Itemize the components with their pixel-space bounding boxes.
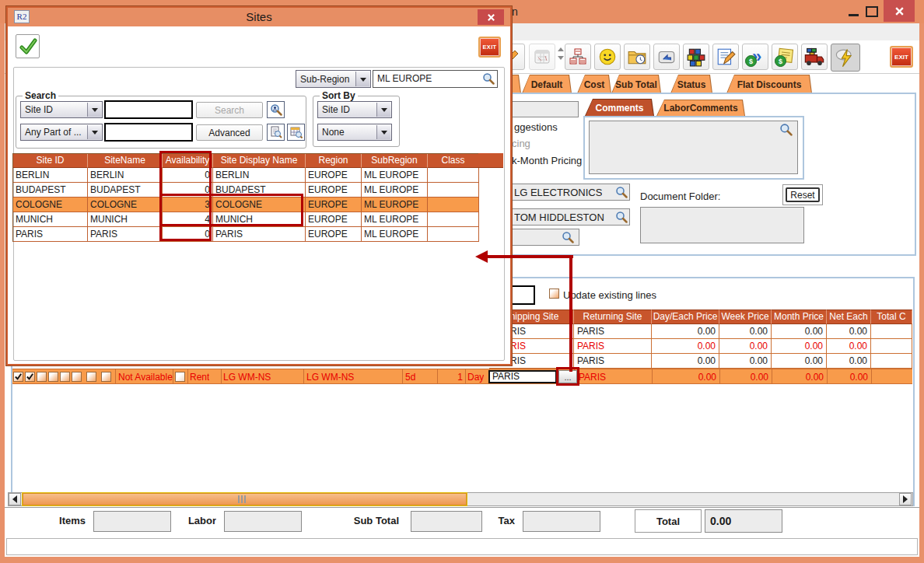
col-site-name[interactable]: SiteName bbox=[88, 154, 163, 168]
vendor-value: LG ELECTRONICS bbox=[514, 187, 602, 198]
org-chart-button[interactable] bbox=[565, 44, 591, 70]
vendor-search-icon[interactable] bbox=[615, 186, 628, 201]
search-value-input[interactable] bbox=[104, 100, 193, 119]
grid-selected-row[interactable]: Not Available Rent LG WM-NS LG WM-NS 5d … bbox=[12, 369, 912, 384]
dialog-close-button[interactable] bbox=[478, 9, 504, 25]
search-field-combo[interactable]: Site ID bbox=[20, 101, 103, 118]
col-net-each[interactable]: Net Each bbox=[827, 309, 871, 324]
scroll-left-button[interactable] bbox=[9, 493, 21, 505]
minimize-button[interactable] bbox=[845, 3, 862, 20]
col-total[interactable]: Total C bbox=[871, 309, 912, 324]
edit-note-button[interactable] bbox=[712, 44, 739, 70]
chevron-down-icon[interactable] bbox=[376, 103, 390, 117]
document-search-icon bbox=[270, 126, 282, 138]
customer-button[interactable] bbox=[594, 44, 621, 70]
maximize-icon bbox=[866, 6, 878, 17]
lookup-search-icon[interactable] bbox=[562, 231, 574, 246]
contact-value: TOM HIDDLESTON bbox=[514, 212, 604, 223]
grid-header-row: Shipping Site Returning Site Day/Each Pr… bbox=[489, 309, 912, 324]
shipping-site-edit-cell[interactable]: PARIS bbox=[488, 370, 557, 383]
site-row-berlin[interactable]: BERLIN BERLIN 0 BERLIN EUROPE ML EUROPE bbox=[13, 168, 479, 183]
row-checkbox-8[interactable] bbox=[101, 372, 111, 382]
tab-labor-comments[interactable]: LaborComments bbox=[656, 100, 745, 116]
grid-row-3[interactable]: PARIS PARIS 0.00 0.00 0.00 0.00 bbox=[489, 354, 912, 369]
document-folder-box[interactable] bbox=[640, 207, 804, 243]
filter-value-field[interactable]: ML EUROPE bbox=[373, 70, 498, 88]
row-checkbox-4[interactable] bbox=[48, 372, 58, 382]
maximize-button[interactable] bbox=[863, 3, 880, 20]
grid-row-2[interactable]: PARIS PARIS 0.00 0.00 0.00 0.00 bbox=[489, 339, 912, 354]
sort-secondary-combo[interactable]: None bbox=[317, 124, 392, 141]
inventory-button[interactable] bbox=[683, 44, 709, 70]
grid-row-1[interactable]: PARIS PARIS 0.00 0.00 0.00 0.00 bbox=[489, 324, 912, 339]
reset-button[interactable]: Reset bbox=[786, 187, 820, 202]
filter-search-icon[interactable] bbox=[482, 72, 495, 87]
chevron-down-icon[interactable] bbox=[87, 125, 101, 139]
row-checkbox-3[interactable] bbox=[37, 372, 47, 382]
total-value: 0.00 bbox=[705, 509, 782, 533]
items-field bbox=[93, 511, 171, 532]
site-row-paris[interactable]: PARIS PARIS 0 PARIS EUROPE ML EUROPE bbox=[13, 227, 479, 242]
sort-primary-combo[interactable]: Site ID bbox=[317, 101, 392, 118]
price-forward-button[interactable]: » $ bbox=[742, 44, 768, 70]
dollar-icon: $ bbox=[745, 55, 757, 67]
contact-search-icon[interactable] bbox=[615, 211, 628, 226]
col-region[interactable]: Region bbox=[306, 154, 362, 168]
row-checkbox-6[interactable] bbox=[72, 372, 82, 382]
col-site-display-name[interactable]: Site Display Name bbox=[213, 154, 306, 168]
search-lookup-button[interactable] bbox=[267, 101, 285, 118]
shortcut-key-button[interactable] bbox=[653, 44, 680, 70]
chevron-down-icon[interactable] bbox=[376, 125, 390, 139]
row-checkbox-7[interactable] bbox=[86, 372, 96, 382]
search-button[interactable]: Search bbox=[196, 102, 263, 118]
scrollbar-thumb[interactable] bbox=[23, 493, 467, 505]
col-class[interactable]: Class bbox=[428, 154, 479, 168]
advanced-grid-search-button[interactable] bbox=[287, 124, 305, 141]
quick-action-button[interactable] bbox=[831, 44, 860, 72]
truck-icon bbox=[803, 46, 825, 68]
dialog-exit-button[interactable]: EXIT bbox=[478, 37, 501, 58]
col-subregion[interactable]: SubRegion bbox=[362, 154, 428, 168]
update-existing-lines-checkbox[interactable] bbox=[549, 288, 559, 299]
availability-status: Not Available bbox=[118, 372, 173, 383]
tab-flat-discounts[interactable]: Flat Discounts bbox=[726, 75, 812, 93]
status-strip bbox=[6, 538, 918, 555]
match-type-combo[interactable]: Any Part of ... bbox=[20, 124, 103, 141]
row-checkbox-2[interactable] bbox=[25, 372, 35, 382]
arrow-left-icon bbox=[12, 495, 17, 503]
row-checkbox-5[interactable] bbox=[60, 372, 70, 382]
annotation-arrow-shaft-vertical bbox=[569, 255, 572, 372]
folder-history-button[interactable] bbox=[624, 44, 650, 70]
inventory-cubes-icon bbox=[686, 47, 706, 67]
col-returning-site[interactable]: Returning Site bbox=[574, 309, 652, 324]
dialog-titlebar: R2 Sites bbox=[8, 8, 510, 26]
main-close-button[interactable] bbox=[884, 0, 915, 22]
calendar-button[interactable] bbox=[529, 44, 555, 70]
row-checkbox-1[interactable] bbox=[13, 372, 23, 382]
col-week-price[interactable]: Week Price bbox=[719, 309, 772, 324]
calendar-spinner[interactable] bbox=[557, 45, 564, 68]
annotation-arrow-shaft-horizontal bbox=[488, 255, 573, 258]
tab-comments[interactable]: Comments bbox=[585, 99, 654, 116]
main-window-title-fragment: n bbox=[512, 5, 518, 18]
comments-text-area[interactable] bbox=[589, 121, 798, 174]
shipping-button[interactable] bbox=[801, 44, 828, 70]
accept-button[interactable] bbox=[16, 34, 40, 58]
advanced-value-input[interactable] bbox=[104, 123, 193, 142]
tab-default[interactable]: Default bbox=[522, 75, 572, 93]
comments-search-icon[interactable] bbox=[779, 123, 793, 138]
keyboard-key-icon bbox=[656, 47, 677, 67]
col-day-each-price[interactable]: Day/Each Price bbox=[652, 309, 719, 324]
price-note-button[interactable]: $ bbox=[772, 44, 798, 70]
chevron-down-icon[interactable] bbox=[355, 72, 369, 86]
col-site-id[interactable]: Site ID bbox=[13, 154, 88, 168]
filter-field-combo[interactable]: Sub-Region bbox=[296, 70, 371, 88]
rent-checkbox[interactable] bbox=[175, 372, 185, 382]
scroll-right-button[interactable] bbox=[899, 493, 912, 505]
advanced-doc-search-button[interactable] bbox=[267, 124, 285, 141]
chevron-down-icon[interactable] bbox=[87, 103, 101, 117]
main-exit-button[interactable]: EXIT bbox=[890, 46, 913, 68]
col-month-price[interactable]: Month Price bbox=[772, 309, 827, 324]
advanced-button[interactable]: Advanced bbox=[196, 124, 263, 141]
tab-sub-total[interactable]: Sub Total bbox=[611, 75, 661, 93]
